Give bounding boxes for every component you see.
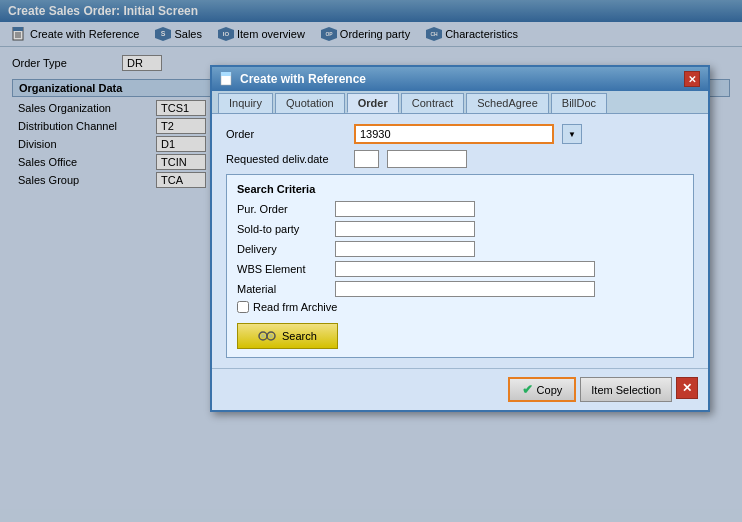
dialog-tabs: Inquiry Quotation Order Contract SchedAg… — [212, 91, 708, 114]
wbs-row: WBS Element — [237, 261, 683, 277]
search-btn-label: Search — [282, 330, 317, 342]
tab-order-label: Order — [358, 97, 388, 109]
create-with-reference-dialog: Create with Reference ✕ Inquiry Quotatio… — [210, 65, 710, 412]
delivery-row: Delivery — [237, 241, 683, 257]
tab-sched-agree-label: SchedAgree — [477, 97, 538, 109]
archive-checkbox[interactable] — [237, 301, 249, 313]
sold-to-input[interactable] — [335, 221, 475, 237]
delivery-input[interactable] — [335, 241, 475, 257]
material-label: Material — [237, 283, 327, 295]
pur-order-row: Pur. Order — [237, 201, 683, 217]
tab-inquiry[interactable]: Inquiry — [218, 93, 273, 113]
lookup-icon: ▼ — [567, 129, 577, 139]
archive-row: Read frm Archive — [237, 301, 683, 313]
tab-quotation[interactable]: Quotation — [275, 93, 345, 113]
copy-button[interactable]: ✔ Copy — [508, 377, 577, 402]
svg-text:▼: ▼ — [568, 130, 576, 139]
order-field-row: Order ▼ — [226, 124, 694, 144]
footer-close-icon: ✕ — [682, 381, 692, 395]
requested-deliv-row: Requested deliv.date — [226, 150, 694, 168]
requested-deliv-label: Requested deliv.date — [226, 153, 346, 165]
tab-contract[interactable]: Contract — [401, 93, 465, 113]
copy-checkmark-icon: ✔ — [522, 382, 533, 397]
dialog-footer: ✔ Copy Item Selection ✕ — [212, 368, 708, 410]
svg-point-20 — [261, 334, 265, 338]
item-selection-button[interactable]: Item Selection — [580, 377, 672, 402]
order-lookup-button[interactable]: ▼ — [562, 124, 582, 144]
date-field-large[interactable] — [387, 150, 467, 168]
delivery-label: Delivery — [237, 243, 327, 255]
tab-contract-label: Contract — [412, 97, 454, 109]
search-button[interactable]: Search — [237, 323, 338, 349]
sold-to-row: Sold-to party — [237, 221, 683, 237]
footer-close-button[interactable]: ✕ — [676, 377, 698, 399]
dialog-title-bar: Create with Reference ✕ — [212, 67, 708, 91]
dialog-title-left: Create with Reference — [220, 72, 366, 86]
dialog-icon — [220, 72, 234, 86]
material-input[interactable] — [335, 281, 595, 297]
date-field-small[interactable] — [354, 150, 379, 168]
svg-rect-14 — [221, 72, 231, 76]
archive-label: Read frm Archive — [253, 301, 337, 313]
pur-order-input[interactable] — [335, 201, 475, 217]
order-input[interactable] — [354, 124, 554, 144]
sold-to-label: Sold-to party — [237, 223, 327, 235]
order-label: Order — [226, 128, 346, 140]
tab-sched-agree[interactable]: SchedAgree — [466, 93, 549, 113]
tab-inquiry-label: Inquiry — [229, 97, 262, 109]
material-row: Material — [237, 281, 683, 297]
binoculars-icon — [258, 328, 276, 344]
search-criteria-box: Search Criteria Pur. Order Sold-to party… — [226, 174, 694, 358]
tab-order[interactable]: Order — [347, 93, 399, 113]
dialog-title: Create with Reference — [240, 72, 366, 86]
tab-quotation-label: Quotation — [286, 97, 334, 109]
dialog-close-button[interactable]: ✕ — [684, 71, 700, 87]
item-selection-label: Item Selection — [591, 384, 661, 396]
svg-point-21 — [269, 334, 273, 338]
tab-billdoc[interactable]: BillDoc — [551, 93, 607, 113]
search-criteria-title: Search Criteria — [237, 183, 683, 195]
main-window: Create Sales Order: Initial Screen Creat… — [0, 0, 742, 522]
wbs-input[interactable] — [335, 261, 595, 277]
tab-billdoc-label: BillDoc — [562, 97, 596, 109]
wbs-label: WBS Element — [237, 263, 327, 275]
copy-label: Copy — [537, 384, 563, 396]
dialog-body: Order ▼ Requested deliv.date Search Crit… — [212, 114, 708, 368]
pur-order-label: Pur. Order — [237, 203, 327, 215]
